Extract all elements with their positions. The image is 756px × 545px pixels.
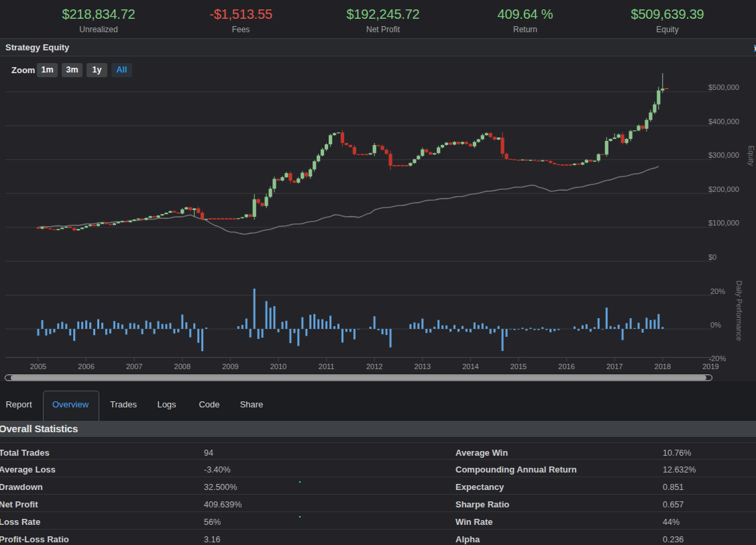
svg-text:2013: 2013 [415, 362, 431, 370]
svg-text:$500,000: $500,000 [708, 83, 739, 91]
svg-text:$0: $0 [708, 253, 716, 261]
svg-text:2009: 2009 [222, 362, 238, 370]
svg-text:2005: 2005 [30, 362, 46, 370]
svg-text:2014: 2014 [462, 362, 478, 370]
svg-text:2012: 2012 [366, 362, 382, 370]
svg-text:Daily Performance: Daily Performance [735, 281, 743, 341]
svg-text:$200,000: $200,000 [708, 185, 739, 193]
svg-text:2015: 2015 [510, 362, 527, 370]
svg-text:2016: 2016 [558, 362, 574, 370]
svg-text:2007: 2007 [126, 362, 142, 370]
svg-text:2011: 2011 [319, 362, 335, 370]
svg-text:2006: 2006 [78, 362, 94, 370]
svg-text:-20%: -20% [709, 354, 726, 362]
svg-text:0%: 0% [710, 321, 721, 329]
svg-text:2017: 2017 [606, 362, 623, 370]
svg-text:$100,000: $100,000 [708, 219, 739, 227]
svg-text:2019: 2019 [702, 362, 718, 370]
svg-text:20%: 20% [710, 287, 725, 295]
svg-text:Equity: Equity [747, 146, 755, 166]
svg-text:$400,000: $400,000 [708, 117, 739, 126]
svg-text:2008: 2008 [174, 362, 191, 370]
svg-text:2018: 2018 [655, 362, 671, 370]
svg-text:$300,000: $300,000 [708, 151, 739, 159]
svg-text:2010: 2010 [270, 362, 286, 370]
